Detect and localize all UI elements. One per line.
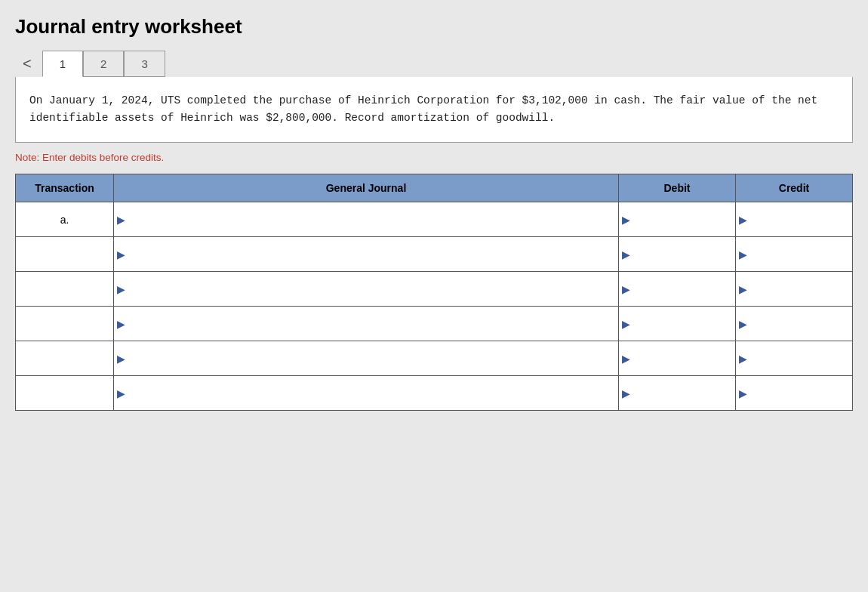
td-general-journal-2[interactable]: ▶: [114, 272, 619, 307]
table-header-row: Transaction General Journal Debit Credit: [16, 174, 853, 202]
page-title: Journal entry worksheet: [15, 15, 853, 39]
description-text: On January 1, 2024, UTS completed the pu…: [29, 92, 839, 127]
input-general-journal-3[interactable]: [127, 307, 615, 341]
arrow-icon-gj-4: ▶: [117, 353, 125, 365]
td-credit-5[interactable]: ▶: [736, 376, 853, 411]
td-credit-3[interactable]: ▶: [736, 307, 853, 341]
input-general-journal-1[interactable]: [127, 237, 615, 271]
arrow-icon-gj-0: ▶: [117, 214, 125, 226]
table-row: a.▶▶▶: [16, 202, 853, 237]
td-debit-3[interactable]: ▶: [619, 307, 736, 341]
td-credit-0[interactable]: ▶: [736, 202, 853, 237]
td-transaction-5: [16, 376, 114, 411]
input-debit-4[interactable]: [632, 341, 732, 375]
journal-table: Transaction General Journal Debit Credit…: [15, 174, 853, 411]
input-general-journal-0[interactable]: [127, 202, 615, 236]
th-credit: Credit: [736, 174, 853, 202]
table-row: ▶▶▶: [16, 376, 853, 411]
input-debit-3[interactable]: [632, 307, 732, 341]
tabs-container: < 1 2 3: [15, 51, 853, 77]
td-debit-0[interactable]: ▶: [619, 202, 736, 237]
input-general-journal-5[interactable]: [127, 376, 615, 410]
td-debit-4[interactable]: ▶: [619, 341, 736, 376]
tab-1[interactable]: 1: [42, 51, 83, 77]
arrow-icon-credit-2: ▶: [739, 283, 747, 295]
table-row: ▶▶▶: [16, 237, 853, 272]
input-credit-5[interactable]: [749, 376, 849, 410]
arrow-icon-gj-3: ▶: [117, 318, 125, 330]
th-general-journal: General Journal: [114, 174, 619, 202]
table-row: ▶▶▶: [16, 272, 853, 307]
arrow-icon-debit-2: ▶: [622, 283, 630, 295]
arrow-icon-credit-4: ▶: [739, 353, 747, 365]
input-credit-3[interactable]: [749, 307, 849, 341]
input-credit-2[interactable]: [749, 272, 849, 306]
note-text: Note: Enter debits before credits.: [15, 152, 853, 163]
input-debit-2[interactable]: [632, 272, 732, 306]
td-credit-4[interactable]: ▶: [736, 341, 853, 376]
arrow-icon-credit-0: ▶: [739, 214, 747, 226]
th-transaction: Transaction: [16, 174, 114, 202]
arrow-icon-credit-5: ▶: [739, 387, 747, 399]
arrow-icon-debit-3: ▶: [622, 318, 630, 330]
arrow-icon-debit-5: ▶: [622, 387, 630, 399]
td-general-journal-4[interactable]: ▶: [114, 341, 619, 376]
tab-3[interactable]: 3: [124, 51, 165, 77]
input-debit-1[interactable]: [632, 237, 732, 271]
arrow-icon-credit-1: ▶: [739, 248, 747, 261]
td-debit-1[interactable]: ▶: [619, 237, 736, 272]
tab-2[interactable]: 2: [83, 51, 124, 77]
td-general-journal-1[interactable]: ▶: [114, 237, 619, 272]
arrow-icon-debit-4: ▶: [622, 353, 630, 365]
td-general-journal-3[interactable]: ▶: [114, 307, 619, 341]
table-row: ▶▶▶: [16, 341, 853, 376]
th-debit: Debit: [619, 174, 736, 202]
input-credit-4[interactable]: [749, 341, 849, 375]
td-credit-2[interactable]: ▶: [736, 272, 853, 307]
td-general-journal-0[interactable]: ▶: [114, 202, 619, 237]
input-credit-0[interactable]: [749, 202, 849, 236]
td-credit-1[interactable]: ▶: [736, 237, 853, 272]
td-debit-2[interactable]: ▶: [619, 272, 736, 307]
td-transaction-0: a.: [16, 202, 114, 237]
input-general-journal-4[interactable]: [127, 341, 615, 375]
arrow-icon-credit-3: ▶: [739, 318, 747, 330]
arrow-icon-gj-2: ▶: [117, 283, 125, 295]
td-transaction-4: [16, 341, 114, 376]
arrow-icon-gj-1: ▶: [117, 248, 125, 261]
input-credit-1[interactable]: [749, 237, 849, 271]
arrow-icon-debit-0: ▶: [622, 214, 630, 226]
table-row: ▶▶▶: [16, 307, 853, 341]
td-debit-5[interactable]: ▶: [619, 376, 736, 411]
td-transaction-2: [16, 272, 114, 307]
input-debit-5[interactable]: [632, 376, 732, 410]
input-debit-0[interactable]: [632, 202, 732, 236]
td-general-journal-5[interactable]: ▶: [114, 376, 619, 411]
td-transaction-1: [16, 237, 114, 272]
arrow-icon-gj-5: ▶: [117, 387, 125, 399]
arrow-icon-debit-1: ▶: [622, 248, 630, 261]
nav-arrow-left[interactable]: <: [15, 51, 39, 77]
td-transaction-3: [16, 307, 114, 341]
input-general-journal-2[interactable]: [127, 272, 615, 306]
description-box: On January 1, 2024, UTS completed the pu…: [15, 77, 853, 143]
